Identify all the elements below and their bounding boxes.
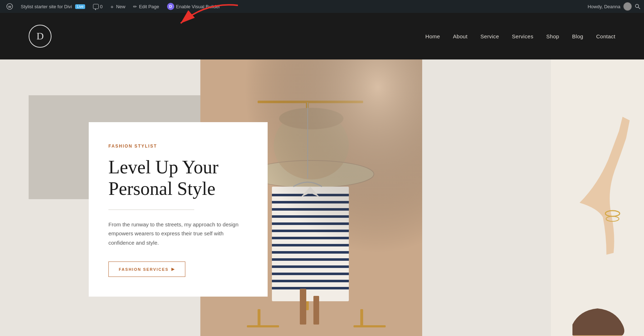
comments-button[interactable]: 0 (90, 0, 105, 13)
nav-contact[interactable]: Contact (596, 33, 615, 39)
site-header: D Home About Service Services Shop Blog … (0, 13, 644, 59)
hero-divider (108, 210, 194, 210)
hero-title: Level Up Your Personal Style (108, 157, 248, 200)
edit-page-button[interactable]: ✏ Edit Page (130, 0, 162, 13)
site-logo[interactable]: D (29, 25, 52, 48)
nav-home[interactable]: Home (425, 33, 440, 39)
plus-icon: + (111, 4, 114, 10)
site-name-button[interactable]: Stylist starter site for Divi Live (18, 0, 88, 13)
hero-description: From the runway to the streets, my appro… (108, 220, 248, 248)
main-navigation: Home About Service Services Shop Blog Co… (425, 33, 615, 39)
new-content-button[interactable]: + New (108, 0, 128, 13)
admin-bar-right: Howdy, Deanna (587, 2, 640, 11)
wp-logo-button[interactable]: W (4, 0, 16, 13)
hero-eyebrow: FASHION STYLIST (108, 144, 248, 149)
nav-blog[interactable]: Blog (572, 33, 583, 39)
divi-icon: D (167, 3, 174, 10)
hero-photo-right (551, 59, 644, 336)
search-icon[interactable] (635, 4, 640, 9)
nav-about[interactable]: About (453, 33, 468, 39)
svg-point-3 (635, 4, 639, 8)
edit-icon: ✏ (133, 4, 137, 9)
svg-text:W: W (8, 5, 11, 9)
hero-cta-button[interactable]: FASHION SERVICES ▶ (108, 261, 185, 277)
nav-shop[interactable]: Shop (546, 33, 559, 39)
enable-visual-builder-button[interactable]: D Enable Visual Builder (164, 0, 223, 13)
live-badge: Live (75, 4, 85, 9)
svg-line-4 (638, 7, 640, 9)
nav-services[interactable]: Services (512, 33, 533, 39)
cta-arrow-icon: ▶ (171, 267, 175, 272)
comment-icon (93, 4, 99, 9)
main-content: FASHION STYLIST Level Up Your Personal S… (0, 59, 644, 336)
hero-card: FASHION STYLIST Level Up Your Personal S… (89, 122, 268, 297)
user-avatar[interactable] (623, 2, 632, 11)
nav-service[interactable]: Service (480, 33, 499, 39)
admin-bar: W Stylist starter site for Divi Live 0 +… (0, 0, 644, 13)
